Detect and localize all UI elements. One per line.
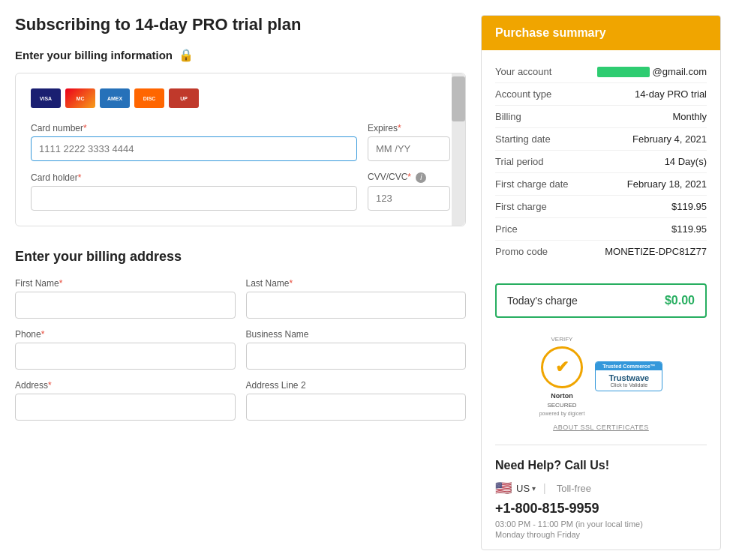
address2-label: Address Line 2 bbox=[246, 380, 467, 391]
first-charge-date-value: February 18, 2021 bbox=[627, 178, 707, 190]
card-number-input[interactable] bbox=[31, 136, 357, 161]
norton-verify: VERIFY bbox=[551, 336, 573, 343]
first-name-label: First Name* bbox=[15, 278, 236, 289]
email-domain: @gmail.com bbox=[653, 66, 707, 77]
email-redacted bbox=[597, 67, 650, 77]
trustwave-badge[interactable]: Trusted Commerce™ Trustwave Click to Val… bbox=[595, 361, 662, 391]
trial-period-label: Trial period bbox=[495, 156, 544, 167]
summary-row-promo: Promo code MONETIZE-DPC81Z77 bbox=[495, 241, 707, 262]
toll-free-label: Toll-free bbox=[557, 483, 591, 494]
name-row: First Name* Last Name* bbox=[15, 278, 466, 319]
phone-field: Phone* bbox=[15, 329, 236, 370]
ssl-link[interactable]: ABOUT SSL CERTIFICATES bbox=[482, 421, 720, 439]
trustwave-logo: Trustwave bbox=[599, 373, 659, 382]
cardholder-label: Card holder* bbox=[31, 172, 357, 183]
account-type-value: 14-day PRO trial bbox=[635, 88, 707, 100]
billing-value: Monthly bbox=[672, 111, 707, 122]
summary-row-first-charge-date: First charge date February 18, 2021 bbox=[495, 173, 707, 196]
trustwave-sub: Click to Validate bbox=[599, 382, 659, 388]
norton-powered-by: powered by digicert bbox=[539, 411, 585, 416]
cardholder-field: Card holder* bbox=[31, 172, 357, 211]
billing-label: Billing bbox=[495, 111, 521, 122]
amex-logo: AMEX bbox=[100, 88, 130, 108]
separator: | bbox=[543, 482, 546, 494]
account-type-label: Account type bbox=[495, 88, 551, 100]
last-name-input[interactable] bbox=[246, 292, 467, 319]
phone-business-row: Phone* Business Name bbox=[15, 329, 466, 370]
last-name-field: Last Name* bbox=[246, 278, 467, 319]
address-field: Address* bbox=[15, 380, 236, 421]
todays-charge-label: Today's charge bbox=[507, 295, 578, 307]
mastercard-logo: MC bbox=[65, 88, 95, 108]
summary-row-starting-date: Starting date February 4, 2021 bbox=[495, 128, 707, 151]
page-title: Subscribing to 14-day PRO trial plan bbox=[15, 15, 466, 34]
address-input[interactable] bbox=[15, 394, 236, 421]
days-text: Monday through Friday bbox=[495, 530, 707, 539]
address2-input[interactable] bbox=[246, 394, 467, 421]
cvv-info-icon[interactable]: i bbox=[416, 172, 426, 183]
billing-info-header: Enter your billing information 🔒 bbox=[15, 48, 466, 62]
summary-row-billing: Billing Monthly bbox=[495, 106, 707, 128]
need-help-title: Need Help? Call Us! bbox=[495, 459, 707, 472]
trustwave-body: Trustwave Click to Validate bbox=[596, 370, 662, 391]
starting-date-label: Starting date bbox=[495, 133, 551, 145]
right-column: Purchase summary Your account @gmail.com… bbox=[481, 15, 721, 550]
card-section: VISA MC AMEX DISC UP Card number* Expire… bbox=[15, 73, 466, 226]
lock-icon: 🔒 bbox=[179, 48, 194, 62]
trial-period-value: 14 Day(s) bbox=[665, 156, 707, 167]
card-scroll-overlay bbox=[452, 73, 465, 226]
scroll-thumb bbox=[452, 76, 465, 121]
divider bbox=[495, 445, 707, 445]
first-name-field: First Name* bbox=[15, 278, 236, 319]
expires-input[interactable] bbox=[368, 136, 450, 161]
address-label: Address* bbox=[15, 380, 236, 391]
todays-charge-value: $0.00 bbox=[665, 294, 695, 307]
first-name-input[interactable] bbox=[15, 292, 236, 319]
summary-row-account: Your account @gmail.com bbox=[495, 61, 707, 83]
first-charge-date-label: First charge date bbox=[495, 178, 569, 190]
country-code: US bbox=[516, 483, 530, 494]
business-name-label: Business Name bbox=[246, 329, 467, 340]
norton-circle: ✔ bbox=[541, 346, 583, 388]
need-help-section: Need Help? Call Us! 🇺🇸 US ▾ | Toll-free … bbox=[482, 451, 720, 550]
country-selector: 🇺🇸 US ▾ | Toll-free bbox=[495, 480, 707, 496]
norton-badge[interactable]: VERIFY ✔ Norton SECURED powered by digic… bbox=[539, 336, 585, 416]
phone-input[interactable] bbox=[15, 343, 236, 370]
promo-label: Promo code bbox=[495, 246, 548, 257]
business-name-input[interactable] bbox=[246, 343, 467, 370]
purchase-summary-header: Purchase summary bbox=[482, 16, 720, 50]
expires-field: Expires* bbox=[368, 123, 450, 161]
price-label: Price bbox=[495, 223, 518, 235]
phone-number: +1-800-815-9959 bbox=[495, 501, 707, 517]
norton-secured-text: Norton bbox=[551, 392, 573, 400]
card-logos: VISA MC AMEX DISC UP bbox=[31, 88, 450, 108]
first-charge-value: $119.95 bbox=[671, 201, 707, 212]
purchase-summary-box: Purchase summary Your account @gmail.com… bbox=[481, 15, 721, 550]
cardholder-input[interactable] bbox=[31, 186, 357, 211]
expires-label: Expires* bbox=[368, 123, 450, 133]
cvv-field: CVV/CVC* i bbox=[368, 172, 450, 211]
cvv-input[interactable] bbox=[368, 186, 450, 211]
chevron-down-icon: ▾ bbox=[532, 484, 536, 493]
business-name-field: Business Name bbox=[246, 329, 467, 370]
unionpay-logo: UP bbox=[169, 88, 199, 108]
discover-logo: DISC bbox=[134, 88, 164, 108]
summary-body: Your account @gmail.com Account type 14-… bbox=[482, 50, 720, 273]
summary-row-price: Price $119.95 bbox=[495, 218, 707, 241]
hours-text: 03:00 PM - 11:00 PM (in your local time) bbox=[495, 520, 707, 529]
cvv-label: CVV/CVC* i bbox=[368, 172, 450, 183]
price-value: $119.95 bbox=[671, 223, 707, 235]
card-number-label: Card number* bbox=[31, 123, 357, 133]
card-number-field: Card number* bbox=[31, 123, 357, 161]
us-flag-icon: 🇺🇸 bbox=[495, 480, 512, 496]
summary-row-first-charge: First charge $119.95 bbox=[495, 196, 707, 218]
promo-value: MONETIZE-DPC81Z77 bbox=[605, 246, 707, 257]
billing-address-title: Enter your billing address bbox=[15, 249, 466, 265]
visa-logo: VISA bbox=[31, 88, 61, 108]
card-number-row: Card number* Expires* bbox=[31, 123, 450, 161]
trustwave-header-bar: Trusted Commerce™ bbox=[596, 362, 662, 370]
starting-date-value: February 4, 2021 bbox=[632, 133, 707, 145]
last-name-label: Last Name* bbox=[246, 278, 467, 289]
phone-label: Phone* bbox=[15, 329, 236, 340]
country-dropdown[interactable]: US ▾ bbox=[516, 483, 536, 494]
